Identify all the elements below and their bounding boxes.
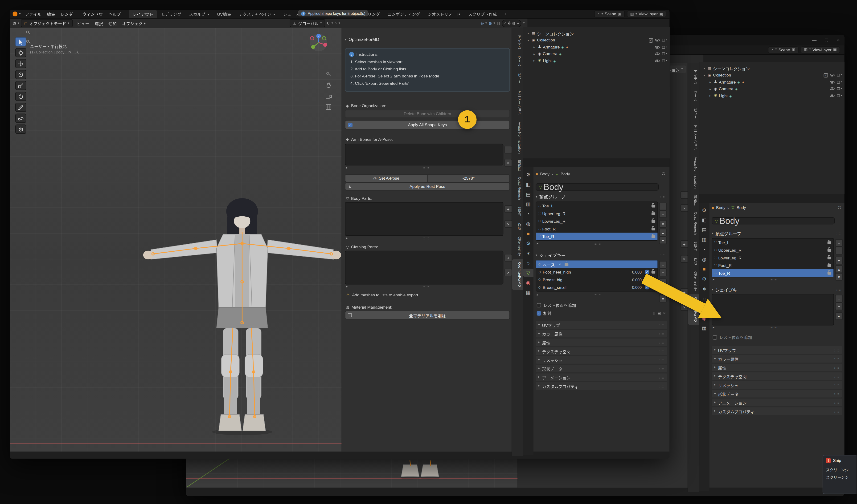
apply-rest-pose-button[interactable]: ♟ Apply as Rest Pose — [345, 183, 510, 191]
vertex-group-row[interactable]: ∷ Toe_L — [712, 239, 834, 246]
add-rest-position-row[interactable]: レスト位置を追加 — [713, 334, 752, 341]
properties-tab-scene[interactable]: ◔ — [699, 245, 709, 253]
vertex-groups-panel-header[interactable]: ▾頂点グループ∷∷ — [711, 230, 842, 237]
disclosure-caret-icon[interactable]: ▾ — [702, 74, 706, 77]
add-cube-tool[interactable] — [15, 124, 26, 134]
workspace-tab[interactable]: UV編集 — [213, 10, 235, 18]
eye-visibility-toggle[interactable] — [655, 58, 660, 63]
collapsed-panel[interactable]: ▸ 形状データ ∷∷ — [711, 390, 842, 397]
render-visibility-toggle[interactable] — [662, 45, 667, 49]
workspace-tab[interactable]: レイアウト — [129, 10, 157, 18]
snap-magnet-icon[interactable]: ∪ — [326, 21, 330, 26]
body-list-clear-button[interactable]: × — [504, 220, 512, 228]
npanel-tab[interactable]: AvatarNormalization — [512, 119, 523, 156]
vertex-group-remove-button[interactable]: − — [835, 247, 843, 254]
list-clear-button[interactable]: × — [680, 204, 688, 212]
show-gizmo-icon[interactable]: ◎ — [481, 21, 484, 25]
shading-rendered-icon[interactable]: ● — [517, 21, 519, 25]
vertex-group-move-up-button[interactable]: ▴ — [659, 229, 667, 236]
npanel-tab[interactable]: QRemeshify — [512, 233, 523, 259]
properties-tab-texture[interactable]: ▦ — [523, 289, 534, 297]
eye-visibility-toggle[interactable] — [830, 86, 835, 91]
annotate-tool[interactable] — [15, 103, 26, 112]
breadcrumb-object[interactable]: Body — [540, 171, 550, 176]
lock-icon[interactable] — [827, 264, 831, 267]
breadcrumb-object[interactable]: Body — [716, 205, 725, 210]
list-remove-button[interactable]: − — [680, 191, 688, 199]
collapsed-panel[interactable]: ▸ テクスチャ空間 ∷∷ — [711, 372, 842, 380]
list-expander[interactable]: ▸∷∷∷ — [537, 241, 656, 246]
body-list-clear-button[interactable]: × — [680, 255, 688, 262]
properties-tab-physics[interactable]: ◌ — [523, 259, 534, 267]
collapsed-panel[interactable]: ▸ カラー属性 ∷∷ — [711, 355, 842, 363]
npanel-tab[interactable]: アイテム — [688, 67, 699, 87]
outliner-row[interactable]: ▾ ▣ Collection ✓ — [523, 37, 670, 44]
measure-tool[interactable] — [15, 114, 26, 123]
body-parts-list[interactable] — [345, 202, 504, 236]
properties-tab-view-layer[interactable]: ▥ — [699, 236, 709, 244]
zoom-icon[interactable] — [325, 70, 332, 78]
eye-visibility-toggle[interactable] — [830, 73, 835, 78]
lock-icon[interactable] — [652, 227, 655, 230]
vertex-group-move-down-button[interactable]: ▾ — [659, 236, 667, 244]
vertex-group-move-up-button[interactable]: ▴ — [835, 265, 843, 273]
outliner-row[interactable]: ▸ ♟ Armature ◈ ▲ — [699, 79, 844, 85]
new-scene-icon[interactable]: ▣ — [792, 48, 795, 52]
shape-key-mute-checkbox[interactable]: ✓ — [558, 262, 562, 266]
properties-tab-world[interactable]: ◍ — [699, 255, 709, 263]
clothing-list-clear-button[interactable]: × — [504, 268, 512, 276]
npanel-tab[interactable]: 可視性 — [512, 157, 523, 173]
properties-tab-output[interactable]: ▤ — [523, 190, 534, 198]
workspace-tab[interactable]: ジオメトリノード — [424, 10, 465, 18]
new-viewlayer-icon[interactable]: ▣ — [659, 12, 663, 16]
mode-dropdown[interactable]: ▢ オブジェクトモード ▾ — [21, 19, 72, 27]
disclosure-caret-icon[interactable]: ▸ — [708, 81, 712, 84]
npanel-tab[interactable]: AvatarNormalization — [688, 154, 699, 191]
clothing-list-add-button[interactable]: + — [504, 254, 512, 262]
set-a-pose-button[interactable]: ◷ Set A-Pose — [346, 175, 428, 182]
transform-tool[interactable] — [15, 92, 26, 101]
eye-visibility-toggle[interactable] — [655, 45, 660, 50]
npanel-tab[interactable]: 可視性 — [688, 192, 699, 208]
render-visibility-toggle[interactable] — [837, 87, 842, 91]
workspace-tab[interactable]: モデリング — [157, 10, 185, 18]
toggle-ortho-icon[interactable] — [325, 103, 332, 111]
add-workspace-button[interactable]: + — [501, 10, 511, 18]
shading-solid-icon[interactable]: ◐ — [508, 21, 510, 25]
lock-icon[interactable] — [827, 256, 831, 259]
collapsed-panel[interactable]: ▸ 属性 ∷∷ — [711, 364, 842, 371]
menu-item[interactable]: レンダー — [58, 10, 80, 18]
render-visibility-toggle[interactable] — [662, 38, 667, 42]
viewport-menu-item[interactable]: ビュー — [74, 19, 92, 28]
npanel-tab[interactable]: SENT — [688, 239, 699, 254]
workspace-tab[interactable]: テクスチャペイント — [235, 10, 279, 18]
lock-icon[interactable] — [652, 235, 655, 238]
render-visibility-toggle[interactable] — [662, 52, 667, 56]
a-pose-angle-field[interactable]: -2578° — [428, 175, 509, 182]
character-model[interactable] — [141, 192, 343, 443]
npanel-tab[interactable]: アイテム — [512, 32, 523, 52]
properties-tab-view-layer[interactable]: ▥ — [523, 200, 534, 208]
lock-icon[interactable] — [652, 212, 655, 215]
npanel-tab[interactable]: Quad Remesh — [512, 174, 523, 203]
disclosure-caret-icon[interactable]: ▾ — [526, 32, 530, 35]
properties-tab-render[interactable]: ◧ — [699, 215, 709, 224]
collapsed-panel[interactable]: ▸ カスタムプロパティ ∷∷ — [536, 382, 667, 390]
pan-hand-icon[interactable] — [325, 82, 332, 89]
shading-wireframe-icon[interactable]: ○ — [504, 21, 507, 25]
shape-key-remove-button[interactable]: − — [835, 302, 843, 310]
add-rest-position-row[interactable]: レスト位置を追加 — [537, 302, 576, 308]
navigation-gizmo[interactable]: Z — [309, 33, 329, 52]
viewlayer-selector[interactable]: ▥ ▾ ViewLayer ▣ — [801, 46, 840, 53]
properties-tab-output[interactable]: ▤ — [699, 226, 709, 234]
collapsed-panel[interactable]: ▸ 属性 ∷∷ — [536, 338, 667, 346]
menu-item[interactable]: 編集 — [44, 10, 58, 18]
properties-tab-tool[interactable]: ⚙ — [699, 206, 709, 214]
breadcrumb-data[interactable]: Body — [560, 171, 570, 176]
scale-tool[interactable] — [15, 81, 26, 90]
disclosure-caret-icon[interactable]: ▾ — [702, 67, 706, 70]
scene-selector[interactable]: ◔ ▾ Scene ▣ — [594, 10, 625, 17]
outliner-row[interactable]: ▸ ◉ Camera ◈ — [523, 51, 670, 57]
delete-bone-button[interactable]: Delete Bone with Children — [345, 110, 510, 118]
vertex-group-specials-button[interactable]: ▾ — [835, 257, 843, 264]
